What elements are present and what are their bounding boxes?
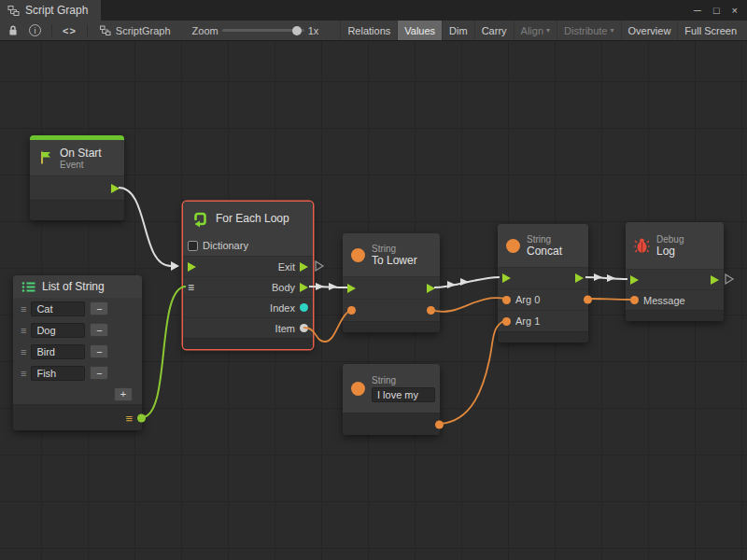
message-input-port[interactable] [630,296,639,304]
list-item-input[interactable] [31,323,85,338]
node-footer [498,331,588,343]
flow-output-port[interactable] [575,273,584,283]
list-row: ≡ − [13,298,142,319]
drag-handle-icon[interactable]: ≡ [21,325,26,336]
relations-button[interactable]: Relations [340,21,397,40]
info-icon: i [29,24,41,36]
zoom-value: 1x [308,25,319,36]
inspect-code-button[interactable]: <> [59,21,80,40]
arg1-input-port[interactable] [502,317,511,326]
exit-output-port[interactable] [300,262,308,272]
zoom-slider-knob[interactable] [292,26,302,35]
wire-list-to-foreach[interactable] [142,287,186,417]
index-output-port[interactable] [300,303,308,312]
bug-icon [634,237,650,254]
script-graph-icon [100,25,111,36]
remove-item-button[interactable]: − [90,301,108,315]
unconnected-flow-indicator [726,274,733,284]
chevron-down-icon: ▾ [546,26,550,35]
flag-icon [38,150,53,165]
list-row: ≡ − [13,362,142,384]
string-type-icon [351,382,365,396]
node-footer [343,413,440,435]
node-debug-log[interactable]: Debug Log Message [626,222,724,321]
lock-button[interactable] [4,21,22,40]
node-footer [30,200,124,220]
item-port-label: Item [275,323,295,334]
wire-arrowhead [607,274,615,282]
add-item-button[interactable]: + [114,387,133,401]
list-item-input[interactable] [31,301,85,316]
node-title: Concat [527,245,562,258]
list-output-port[interactable] [137,413,146,422]
unconnected-flow-indicator [316,261,323,271]
graph-name-label: ScriptGraph [116,25,171,36]
body-output-port[interactable] [300,283,308,292]
string-literal-input[interactable] [372,387,435,402]
list-item-input[interactable] [31,344,85,359]
flow-output-port[interactable] [711,275,719,285]
toolbar-divider [87,24,88,37]
remove-item-button[interactable]: − [90,366,108,380]
node-for-each-loop[interactable]: For Each Loop Dictionary Exit ≡ Body Ind… [183,202,313,349]
graph-breadcrumb[interactable]: ScriptGraph [94,25,176,36]
maximize-button[interactable]: □ [713,5,720,16]
node-title: List of String [42,280,105,293]
index-port-label: Index [270,302,295,314]
distribute-button[interactable]: Distribute▾ [557,21,620,40]
wire-tolower-to-concat-flow[interactable] [434,277,500,287]
node-string-literal[interactable]: String [343,364,440,435]
overview-button[interactable]: Overview [621,21,678,40]
node-category: String [527,234,562,245]
dictionary-checkbox[interactable] [188,241,198,251]
node-string-concat[interactable]: String Concat Arg 0 Arg 1 [498,224,588,343]
node-list-of-string[interactable]: List of String ≡ − ≡ − ≡ − ≡ − [13,275,142,430]
drag-handle-icon[interactable]: ≡ [21,368,26,379]
wire-onstart-to-foreach[interactable] [119,188,171,266]
item-output-port[interactable] [300,324,308,332]
dim-button[interactable]: Dim [442,21,474,40]
node-on-start[interactable]: On Start Event [30,135,124,220]
flow-input-port[interactable] [502,273,511,283]
flow-input-port[interactable] [347,284,356,293]
values-button[interactable]: Values [397,21,442,40]
loop-icon [191,210,209,228]
carry-button[interactable]: Carry [474,21,514,40]
drag-handle-icon[interactable]: ≡ [21,303,26,315]
node-string-to-lower[interactable]: String To Lower [343,233,440,332]
remove-item-button[interactable]: − [90,344,108,358]
wire-concat-to-log-flow[interactable] [585,277,627,279]
wire-body-to-tolower[interactable] [309,287,347,287]
toolbar-divider [51,24,52,37]
result-output-port[interactable] [584,296,592,304]
wire-literal-to-arg1[interactable] [440,320,505,424]
arg0-input-port[interactable] [502,296,511,304]
wire-tolower-to-arg0[interactable] [431,298,505,312]
fullscreen-button[interactable]: Full Screen [677,21,743,40]
flow-output-port[interactable] [427,284,435,293]
target-input-port[interactable] [347,306,356,315]
message-port-label: Message [643,295,685,306]
tab-script-graph[interactable]: Script Graph [0,0,101,21]
minimize-button[interactable]: ─ [694,5,701,16]
dictionary-label: Dictionary [203,240,248,251]
wire-arrowhead [316,283,324,290]
exit-port-label: Exit [278,261,295,273]
align-button[interactable]: Align▾ [514,21,557,40]
list-input-icon[interactable]: ≡ [188,281,194,294]
flow-input-port[interactable] [630,275,639,285]
value-output-port[interactable] [435,420,444,428]
remove-item-button[interactable]: − [90,323,108,337]
list-item-input[interactable] [31,366,85,381]
zoom-slider[interactable] [222,29,304,32]
result-output-port[interactable] [427,306,435,315]
flow-output-port[interactable] [111,184,120,193]
node-category: String [372,244,417,254]
graph-canvas[interactable]: On Start Event List of String ≡ − [0,41,747,560]
close-button[interactable]: × [732,5,738,16]
info-button[interactable]: i [25,21,45,40]
list-row: ≡ − [13,319,142,341]
flow-input-port[interactable] [188,262,196,272]
list-icon [21,281,35,293]
drag-handle-icon[interactable]: ≡ [21,346,26,357]
